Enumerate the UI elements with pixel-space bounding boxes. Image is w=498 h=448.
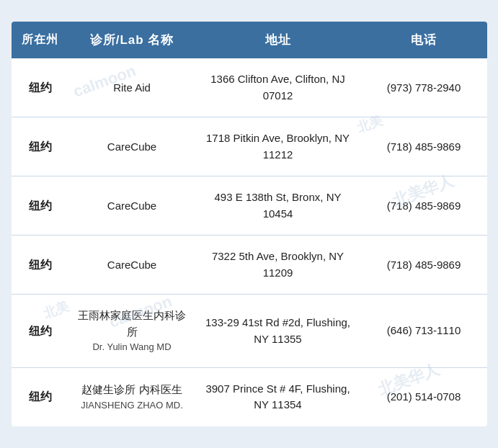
main-table-container: 所在州 诊所/Lab 名称 地址 电话 纽约Rite Aid1366 Clift… (12, 22, 487, 426)
cell-clinic: 赵健生诊所 内科医生JIANSHENG ZHAO MD. (69, 367, 195, 426)
cell-address: 7322 5th Ave, Brooklyn, NY 11209 (195, 236, 361, 295)
cell-phone: (646) 713-1110 (361, 295, 487, 368)
cell-state: 纽约 (12, 176, 69, 236)
cell-address: 1366 Clifton Ave, Clifton, NJ 07012 (195, 58, 361, 117)
table-row: 纽约CareCube1718 Pitkin Ave, Brooklyn, NY … (12, 117, 487, 176)
header-state: 所在州 (12, 22, 69, 58)
cell-address: 1718 Pitkin Ave, Brooklyn, NY 11212 (195, 117, 361, 176)
table-body: 纽约Rite Aid1366 Clifton Ave, Clifton, NJ … (12, 58, 487, 426)
cell-address: 133-29 41st Rd #2d, Flushing, NY 11355 (195, 295, 361, 368)
cell-clinic-sub: Dr. Yulin Wang MD (76, 340, 188, 354)
cell-state: 纽约 (12, 117, 69, 176)
header-address: 地址 (195, 22, 361, 58)
cell-phone: (973) 778-2940 (361, 58, 487, 117)
table-row: 纽约王雨林家庭医生内科诊所Dr. Yulin Wang MD133-29 41s… (12, 295, 487, 368)
cell-state: 纽约 (12, 58, 69, 117)
cell-phone: (718) 485-9869 (361, 176, 487, 236)
header-clinic: 诊所/Lab 名称 (69, 22, 195, 58)
clinics-table: 所在州 诊所/Lab 名称 地址 电话 纽约Rite Aid1366 Clift… (12, 22, 487, 426)
table-row: 纽约Rite Aid1366 Clifton Ave, Clifton, NJ … (12, 58, 487, 117)
cell-address: 493 E 138th St, Bronx, NY 10454 (195, 176, 361, 236)
cell-clinic: CareCube (69, 117, 195, 176)
cell-state: 纽约 (12, 236, 69, 295)
cell-phone: (718) 485-9869 (361, 117, 487, 176)
cell-clinic-sub: JIANSHENG ZHAO MD. (76, 398, 188, 413)
cell-clinic: 王雨林家庭医生内科诊所Dr. Yulin Wang MD (69, 295, 195, 368)
cell-clinic: CareCube (69, 236, 195, 295)
cell-state: 纽约 (12, 295, 69, 368)
cell-phone: (201) 514-0708 (361, 367, 487, 426)
cell-phone: (718) 485-9869 (361, 236, 487, 295)
header-phone: 电话 (361, 22, 487, 58)
table-header-row: 所在州 诊所/Lab 名称 地址 电话 (12, 22, 487, 58)
table-row: 纽约赵健生诊所 内科医生JIANSHENG ZHAO MD.3907 Princ… (12, 367, 487, 426)
cell-address: 3907 Prince St # 4F, Flushing, NY 11354 (195, 367, 361, 426)
cell-clinic: Rite Aid (69, 58, 195, 117)
table-row: 纽约CareCube7322 5th Ave, Brooklyn, NY 112… (12, 236, 487, 295)
cell-state: 纽约 (12, 367, 69, 426)
cell-clinic: CareCube (69, 176, 195, 236)
table-row: 纽约CareCube493 E 138th St, Bronx, NY 1045… (12, 176, 487, 236)
